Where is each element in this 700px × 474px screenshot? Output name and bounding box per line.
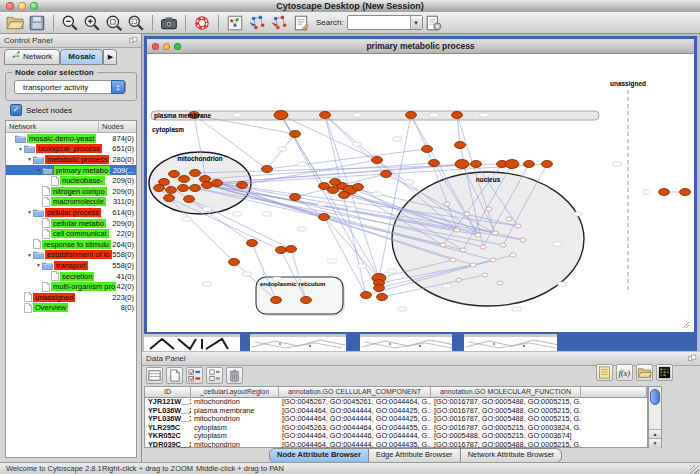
- tab-overflow-arrow-icon[interactable]: ▶: [103, 49, 117, 65]
- network-canvas[interactable]: plasma membranecytoplasmmitochondrionnuc…: [147, 54, 694, 332]
- background-windows[interactable]: [142, 334, 700, 352]
- tree-row[interactable]: secretion41(0): [6, 271, 136, 282]
- tree-row[interactable]: ▼metabolic process280(0): [6, 154, 136, 165]
- scrollbar-thumb[interactable]: [650, 389, 660, 405]
- tree-row[interactable]: nucleobase-209(0): [6, 175, 136, 186]
- search-dropdown-arrow-icon[interactable]: ▾: [410, 16, 422, 29]
- collapse-arrow-icon[interactable]: ▼: [26, 209, 33, 215]
- attribute-table[interactable]: ID_cellularLayoutRegionannotation.GO CEL…: [144, 386, 648, 448]
- formula-icon[interactable]: f(x): [616, 364, 633, 381]
- tree-row[interactable]: mosaic-demo-yeast874(0): [6, 133, 136, 144]
- network-view-titlebar[interactable]: primary metabolic process: [147, 39, 694, 54]
- view-maximize-button[interactable]: [174, 43, 181, 50]
- tree-row[interactable]: nitrogen compo209(0): [6, 186, 136, 197]
- svg-text:unassigned: unassigned: [610, 80, 646, 88]
- view-minimize-button[interactable]: [163, 43, 170, 50]
- node-color-dropdown[interactable]: transporter activity ▲▼: [14, 80, 126, 94]
- float-icon[interactable]: [688, 354, 697, 363]
- search-input[interactable]: ▾: [347, 15, 423, 30]
- import-attributes-icon[interactable]: [636, 364, 653, 381]
- background-window-fragment[interactable]: [452, 334, 464, 351]
- background-window-fragment[interactable]: [464, 334, 557, 351]
- table-scrollbar[interactable]: ▲ ▼: [648, 386, 662, 448]
- background-window-fragment[interactable]: [240, 334, 250, 351]
- tree-col-nodes[interactable]: Nodes: [99, 121, 136, 132]
- matrix-icon[interactable]: [656, 364, 673, 381]
- attribute-table-header[interactable]: ID_cellularLayoutRegionannotation.GO CEL…: [145, 387, 647, 398]
- table-row[interactable]: YPL036W__2plasma membrane[GO:0044464, GO…: [145, 407, 647, 416]
- zoom-fit-icon[interactable]: [127, 14, 145, 32]
- view-close-button[interactable]: [152, 43, 159, 50]
- overview-icon[interactable]: [226, 14, 244, 32]
- table-row[interactable]: YJR121W__1mitochondrion[GO:0045267, GO:0…: [145, 398, 647, 407]
- tree-row[interactable]: ▼transport558(0): [6, 260, 136, 271]
- close-button[interactable]: [6, 2, 14, 10]
- tab-network[interactable]: Network: [4, 49, 60, 65]
- background-window-fragment[interactable]: [346, 334, 360, 351]
- tree-row[interactable]: macromolecule311(0): [6, 197, 136, 208]
- tree-col-network[interactable]: Network: [6, 121, 99, 132]
- collapse-arrow-icon[interactable]: ▼: [35, 167, 42, 173]
- column-header[interactable]: _cellularLayoutRegion: [191, 387, 279, 398]
- tree-row[interactable]: ▼establishment of lo558(0): [6, 250, 136, 261]
- tree-header[interactable]: Network Nodes: [6, 121, 136, 133]
- configure-search-icon[interactable]: [425, 14, 443, 32]
- background-window-fragment[interactable]: [250, 334, 346, 351]
- background-window-fragment[interactable]: [557, 334, 697, 351]
- collapse-arrow-icon[interactable]: ▼: [17, 146, 24, 152]
- tree-row[interactable]: ▼biological_process651(0): [6, 144, 136, 155]
- table-row[interactable]: YLR295Ccytoplasm[GO:0045263, GO:0044464,…: [145, 424, 647, 433]
- tab-mosaic[interactable]: Mosaic: [60, 49, 103, 65]
- tab-network-attribute-browser[interactable]: Network Attribute Browser: [460, 448, 563, 463]
- save-icon[interactable]: [28, 14, 46, 32]
- collapse-arrow-icon[interactable]: ▼: [26, 252, 33, 258]
- minimize-button[interactable]: [18, 2, 26, 10]
- background-window-fragment[interactable]: [144, 334, 240, 351]
- background-window-fragment[interactable]: [360, 334, 452, 351]
- zoom-out-icon[interactable]: [61, 14, 79, 32]
- tree-row[interactable]: unassigned223(0): [6, 292, 136, 303]
- tree-row[interactable]: ▼primary metabo209(...: [6, 165, 136, 176]
- tree-label: metabolic process: [45, 155, 109, 164]
- collapse-arrow-icon[interactable]: ▼: [35, 262, 42, 268]
- open-icon[interactable]: [6, 14, 24, 32]
- tree-row[interactable]: cell communicat22(0): [6, 228, 136, 239]
- tree-row[interactable]: cellular metabo209(0): [6, 218, 136, 229]
- tab-node-attribute-browser[interactable]: Node Attribute Browser: [269, 448, 369, 463]
- show-column-icon[interactable]: [146, 367, 163, 384]
- zoom-in-icon[interactable]: [83, 14, 101, 32]
- collapse-arrow-icon[interactable]: ▼: [26, 156, 33, 162]
- resize-grip[interactable]: [690, 465, 699, 474]
- column-header[interactable]: annotation.GO CELLULAR_COMPONENT: [279, 387, 431, 398]
- tree-count: 874(0): [112, 134, 136, 143]
- snapshot-icon[interactable]: [160, 14, 178, 32]
- destroy-view-icon[interactable]: [270, 14, 288, 32]
- column-header[interactable]: annotation.GO MOLECULAR_FUNCTION: [431, 387, 581, 398]
- scroll-down-icon[interactable]: ▼: [649, 438, 661, 448]
- tree-count: 651(0): [112, 144, 136, 153]
- dropdown-stepper-icon[interactable]: ▲▼: [111, 80, 125, 94]
- network-view-window[interactable]: primary metabolic process plasma membran…: [144, 36, 697, 334]
- maximize-button[interactable]: [30, 2, 38, 10]
- notes-icon[interactable]: [596, 364, 613, 381]
- tree-row[interactable]: Overview8(0): [6, 303, 136, 314]
- annotation-icon[interactable]: [292, 14, 310, 32]
- delete-attribute-icon[interactable]: [226, 367, 243, 384]
- float-icon[interactable]: [129, 36, 138, 45]
- tree-row[interactable]: ▼cellular process614(0): [6, 207, 136, 218]
- select-attributes-icon[interactable]: [186, 367, 203, 384]
- select-nodes-checkbox[interactable]: ✓: [10, 104, 22, 116]
- unselect-attributes-icon[interactable]: [206, 367, 223, 384]
- table-row[interactable]: YPL036W__1mitochondrion[GO:0044464, GO:0…: [145, 415, 647, 424]
- tab-edge-attribute-browser[interactable]: Edge Attribute Browser: [368, 448, 461, 463]
- help-icon[interactable]: [193, 14, 211, 32]
- zoom-selected-icon[interactable]: [105, 14, 123, 32]
- tree-row[interactable]: response to stimulu264(0): [6, 239, 136, 250]
- table-row[interactable]: YKR052Ccytoplasm[GO:0044464, GO:0044446,…: [145, 432, 647, 441]
- tree-row[interactable]: multi-organism pro42(0): [6, 281, 136, 292]
- node-color-selection-group: Node color selection transporter activit…: [5, 72, 137, 101]
- column-header[interactable]: ID: [145, 387, 191, 398]
- create-view-icon[interactable]: [248, 14, 266, 32]
- new-attribute-icon[interactable]: [166, 367, 183, 384]
- toolbar-separator: [185, 15, 186, 31]
